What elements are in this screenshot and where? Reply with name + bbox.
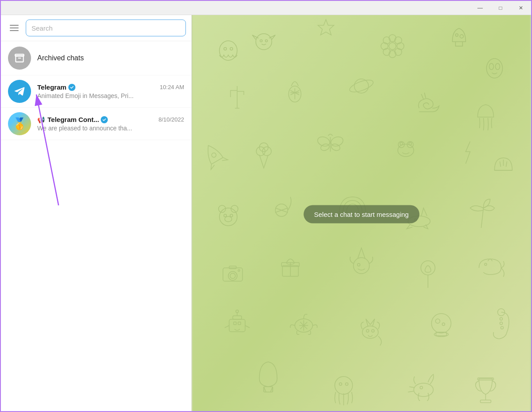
sidebar-header — [1, 15, 191, 41]
checkmark-icon — [70, 85, 74, 90]
sidebar-body: Archived chats Telegram — [1, 41, 191, 412]
telegram-verified-badge — [68, 84, 75, 91]
contests-chat-name: 📢 Telegram Cont... — [37, 116, 108, 123]
menu-line-2 — [10, 27, 19, 28]
select-chat-message: Select a chat to start messaging — [303, 205, 419, 223]
contests-chat-time: 8/10/2022 — [158, 116, 184, 123]
telegram-logo-icon — [13, 85, 26, 98]
menu-line-1 — [10, 25, 19, 26]
chat-item-telegram[interactable]: Telegram 10:24 AM Animated Emoji in Mess… — [1, 75, 191, 108]
telegram-chat-top: Telegram 10:24 AM — [37, 83, 184, 91]
main-layout: Archived chats Telegram — [1, 15, 531, 412]
right-panel: Select a chat to start messaging — [192, 15, 531, 412]
telegram-avatar — [8, 80, 31, 103]
telegram-chat-info: Telegram 10:24 AM Animated Emoji in Mess… — [37, 83, 184, 99]
minimize-button[interactable]: — — [470, 1, 490, 15]
telegram-chat-time: 10:24 AM — [160, 84, 184, 90]
archive-avatar — [8, 47, 31, 70]
menu-line-3 — [10, 30, 19, 31]
sidebar: Archived chats Telegram — [1, 15, 192, 412]
archived-chats-row[interactable]: Archived chats — [1, 41, 191, 75]
telegram-chat-name: Telegram — [37, 83, 75, 91]
archived-chats-label: Archived chats — [37, 54, 84, 62]
contests-chat-top: 📢 Telegram Cont... 8/10/2022 — [37, 116, 184, 123]
archive-icon — [14, 52, 25, 64]
contests-chat-preview: We are pleased to announce tha... — [37, 125, 184, 132]
search-input[interactable] — [26, 20, 186, 36]
menu-button[interactable] — [6, 20, 22, 36]
megaphone-icon: 📢 — [37, 116, 45, 123]
checkmark-icon-2 — [102, 118, 106, 122]
contests-chat-info: 📢 Telegram Cont... 8/10/2022 We are — [37, 116, 184, 132]
maximize-button[interactable]: □ — [490, 1, 511, 15]
telegram-chat-preview: Animated Emoji in Messages, Pri... — [37, 92, 184, 99]
titlebar: — □ ✕ — [1, 1, 531, 15]
contests-verified-badge — [101, 116, 108, 123]
chat-list: Archived chats Telegram — [1, 41, 191, 140]
chat-item-telegram-contests[interactable]: 🥇 📢 Telegram Cont... — [1, 108, 191, 140]
close-button[interactable]: ✕ — [511, 1, 531, 15]
coin-avatar: 🥇 — [8, 112, 31, 135]
